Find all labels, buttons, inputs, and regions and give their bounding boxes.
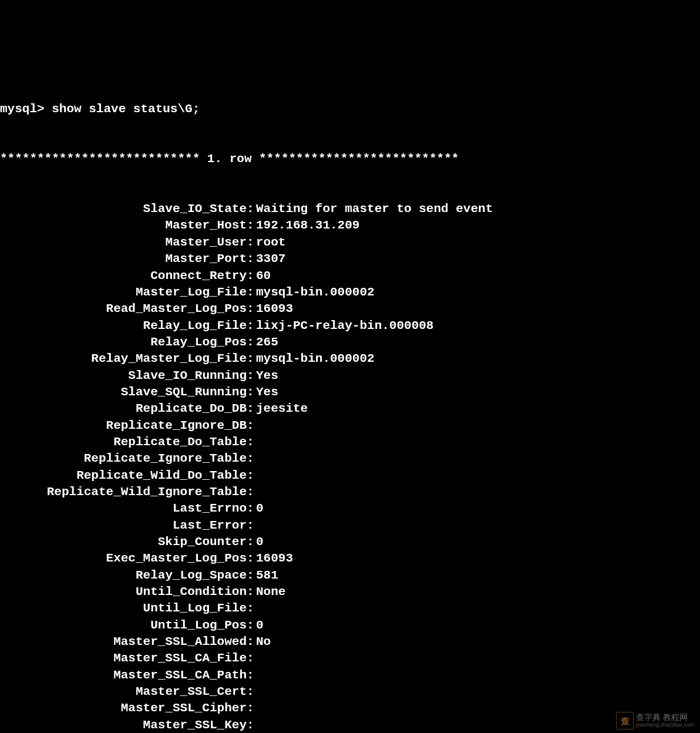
field-colon: :	[247, 600, 255, 617]
field-value: jeesite	[255, 401, 308, 417]
status-field-row: Read_Master_Log_Pos:16093	[0, 301, 700, 317]
status-field-row: Slave_SQL_Running:Yes	[0, 384, 700, 401]
field-colon: :	[247, 517, 255, 534]
field-colon: :	[247, 201, 255, 217]
field-label: Master_SSL_Key	[0, 717, 247, 733]
field-label: Skip_Counter	[0, 534, 247, 550]
status-field-row: Connect_Retry:60	[0, 268, 700, 284]
field-label: Slave_IO_State	[0, 201, 247, 217]
field-value	[255, 517, 256, 534]
status-field-row: Slave_IO_Running:Yes	[0, 368, 700, 384]
field-colon: :	[247, 667, 255, 684]
status-field-row: Replicate_Ignore_DB:	[0, 418, 700, 434]
field-label: Replicate_Wild_Do_Table	[0, 468, 247, 484]
status-field-row: Until_Log_Pos:0	[0, 617, 700, 634]
status-field-row: Exec_Master_Log_Pos:16093	[0, 550, 700, 567]
field-label: Master_SSL_Allowed	[0, 634, 247, 650]
field-colon: :	[247, 468, 255, 484]
field-colon: :	[247, 534, 255, 550]
field-value	[255, 684, 256, 700]
status-field-row: Slave_IO_State:Waiting for master to sen…	[0, 201, 700, 217]
status-field-row: Master_SSL_Cipher:	[0, 700, 700, 717]
field-label: Relay_Log_File	[0, 318, 247, 334]
field-label: Replicate_Ignore_Table	[0, 450, 247, 467]
field-label: Last_Errno	[0, 500, 247, 517]
field-value: None	[255, 584, 285, 600]
field-colon: :	[247, 617, 255, 634]
terminal-output: mysql> show slave status\G; ************…	[0, 66, 700, 733]
field-label: Relay_Log_Pos	[0, 334, 247, 351]
field-colon: :	[247, 384, 255, 401]
field-value	[255, 418, 256, 434]
status-field-row: Last_Errno:0	[0, 500, 700, 517]
field-colon: :	[247, 234, 255, 251]
field-label: Master_SSL_CA_Path	[0, 667, 247, 684]
status-field-row: Until_Condition:None	[0, 584, 700, 600]
field-value: 192.168.31.209	[255, 217, 359, 234]
field-value: 3307	[255, 251, 285, 267]
field-label: Slave_SQL_Running	[0, 384, 247, 401]
field-value: 0	[255, 500, 264, 517]
field-colon: :	[247, 251, 255, 267]
field-label: Relay_Log_Space	[0, 567, 247, 584]
field-label: Master_SSL_CA_File	[0, 650, 247, 667]
field-colon: :	[247, 484, 255, 500]
field-value: Yes	[255, 368, 278, 384]
status-field-row: Master_Log_File:mysql-bin.000002	[0, 284, 700, 301]
field-label: Connect_Retry	[0, 268, 247, 284]
status-field-row: Until_Log_File:	[0, 600, 700, 617]
field-label: Master_SSL_Cipher	[0, 700, 247, 717]
status-field-row: Master_SSL_Cert:	[0, 684, 700, 700]
field-value: 581	[255, 567, 278, 584]
field-label: Master_Host	[0, 217, 247, 234]
field-value: lixj-PC-relay-bin.000008	[255, 318, 433, 334]
status-field-row: Relay_Log_Space:581	[0, 567, 700, 584]
sql-command: show slave status\G;	[52, 102, 200, 116]
field-label: Until_Condition	[0, 584, 247, 600]
field-colon: :	[247, 351, 255, 367]
field-label: Exec_Master_Log_Pos	[0, 550, 247, 567]
field-colon: :	[247, 318, 255, 334]
field-colon: :	[247, 450, 255, 467]
field-label: Master_SSL_Cert	[0, 684, 247, 700]
status-field-row: Replicate_Wild_Do_Table:	[0, 468, 700, 484]
status-field-row: Replicate_Do_DB:jeesite	[0, 401, 700, 417]
field-label: Relay_Master_Log_File	[0, 351, 247, 367]
status-field-row: Relay_Log_File:lixj-PC-relay-bin.000008	[0, 318, 700, 334]
field-value: Waiting for master to send event	[255, 201, 493, 217]
field-label: Until_Log_File	[0, 600, 247, 617]
field-colon: :	[247, 434, 255, 450]
field-label: Master_Port	[0, 251, 247, 267]
field-colon: :	[247, 584, 255, 600]
field-value	[255, 450, 256, 467]
mysql-prompt: mysql>	[0, 102, 45, 116]
field-value	[255, 650, 256, 667]
field-colon: :	[247, 700, 255, 717]
watermark-text: 查字典 教程网 jiaocheng.chazidian.com	[636, 713, 694, 728]
field-colon: :	[247, 268, 255, 284]
command-line: mysql> show slave status\G;	[0, 101, 700, 117]
watermark: 查 查字典 教程网 jiaocheng.chazidian.com	[616, 712, 694, 729]
field-colon: :	[247, 684, 255, 700]
field-colon: :	[247, 717, 255, 733]
field-label: Last_Error	[0, 517, 247, 534]
status-field-row: Replicate_Wild_Ignore_Table:	[0, 484, 700, 500]
field-value	[255, 468, 256, 484]
field-value: mysql-bin.000002	[255, 351, 375, 367]
watermark-sub: jiaocheng.chazidian.com	[636, 722, 694, 728]
field-value	[255, 600, 256, 617]
field-colon: :	[247, 550, 255, 567]
field-label: Read_Master_Log_Pos	[0, 301, 247, 317]
status-field-row: Master_SSL_Key:	[0, 717, 700, 733]
status-field-row: Relay_Log_Pos:265	[0, 334, 700, 351]
status-field-row: Skip_Counter:0	[0, 534, 700, 550]
field-value	[255, 700, 256, 717]
field-label: Replicate_Ignore_DB	[0, 418, 247, 434]
status-field-row: Replicate_Do_Table:	[0, 434, 700, 450]
field-value: root	[255, 234, 285, 251]
field-colon: :	[247, 368, 255, 384]
field-label: Slave_IO_Running	[0, 368, 247, 384]
status-fields: Slave_IO_State:Waiting for master to sen…	[0, 201, 700, 733]
field-label: Replicate_Do_DB	[0, 401, 247, 417]
status-field-row: Last_Error:	[0, 517, 700, 534]
